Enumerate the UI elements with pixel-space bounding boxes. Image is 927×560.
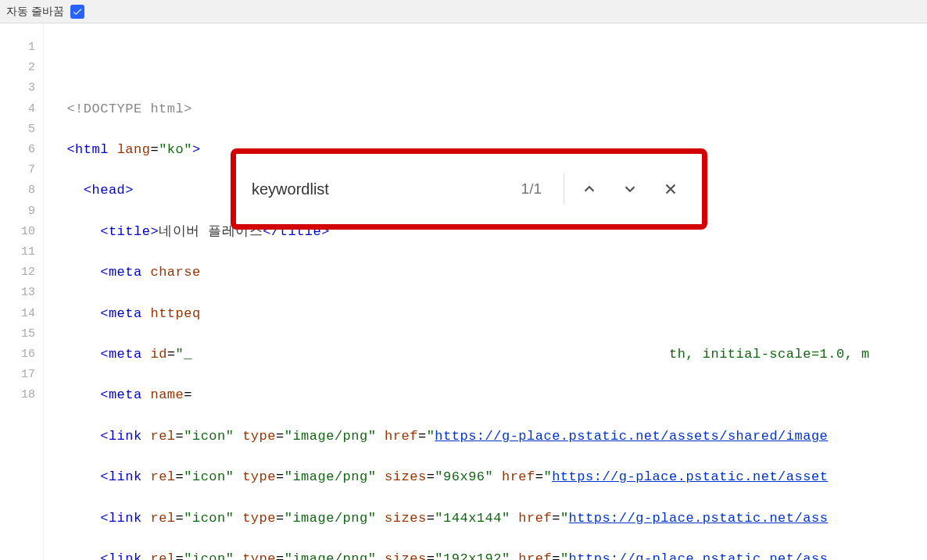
line-number: 15 [0, 324, 35, 344]
code-line: <meta name= [50, 385, 927, 405]
code-line [50, 58, 927, 78]
line-number: 2 [0, 58, 35, 78]
toolbar: 자동 줄바꿈 [0, 0, 927, 23]
line-gutter: 1 2 3 4 5 6 7 8 9 10 11 12 13 14 15 16 1… [0, 23, 44, 560]
code-line: <link rel="icon" type="image/png" href="… [50, 426, 927, 447]
chevron-down-icon [621, 180, 639, 198]
code-line: <link rel="icon" type="image/png" sizes=… [50, 467, 927, 487]
code-content[interactable]: <!DOCTYPE html> <html lang="ko"> <head> … [44, 23, 927, 560]
line-number: 1 [0, 37, 35, 58]
code-line: <meta httpeq [50, 304, 927, 324]
line-number: 10 [0, 222, 35, 242]
code-line: <link rel="icon" type="image/png" sizes=… [50, 549, 927, 560]
line-number: 14 [0, 304, 35, 324]
line-number: 17 [0, 365, 35, 385]
find-input[interactable] [252, 180, 512, 198]
line-number: 9 [0, 202, 35, 222]
check-icon [72, 6, 83, 17]
find-bar: 1/1 [236, 154, 702, 224]
code-line: <meta id="_ th, initial-scale=1.0, m [50, 344, 927, 365]
line-number: 5 [0, 119, 35, 140]
find-close-button[interactable] [655, 173, 686, 205]
line-number: 16 [0, 344, 35, 365]
code-line: <!DOCTYPE html> [50, 99, 927, 119]
line-number: 18 [0, 385, 35, 405]
line-number: 12 [0, 262, 35, 283]
code-line: <meta charse [50, 262, 927, 283]
close-icon [662, 180, 679, 198]
line-number: 3 [0, 78, 35, 98]
wordwrap-label: 자동 줄바꿈 [6, 5, 64, 19]
find-bar-highlight: 1/1 [231, 148, 707, 230]
line-number: 7 [0, 160, 35, 180]
line-number: 13 [0, 283, 35, 303]
find-count: 1/1 [521, 180, 554, 198]
wordwrap-checkbox[interactable] [70, 5, 84, 19]
code-line: <link rel="icon" type="image/png" sizes=… [50, 508, 927, 529]
line-number: 8 [0, 180, 35, 201]
chevron-up-icon [581, 180, 598, 198]
code-editor: 1 2 3 4 5 6 7 8 9 10 11 12 13 14 15 16 1… [0, 23, 927, 560]
line-number: 4 [0, 99, 35, 119]
find-next-button[interactable] [614, 173, 646, 205]
find-prev-button[interactable] [574, 173, 605, 205]
line-number: 11 [0, 242, 35, 262]
line-number: 6 [0, 140, 35, 160]
find-divider [564, 173, 564, 205]
